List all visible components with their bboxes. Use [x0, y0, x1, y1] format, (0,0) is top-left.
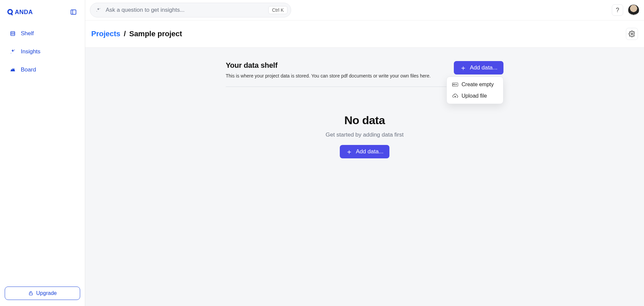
add-data-wrapper: ＋ Add data... Create empty [454, 61, 503, 74]
svg-rect-9 [29, 293, 32, 295]
topbar: Ask a question to get insights... Ctrl K… [85, 0, 644, 20]
gear-icon [629, 31, 635, 37]
sidebar-header: ANDA [5, 6, 80, 25]
sidebar-item-label: Insights [21, 48, 41, 55]
upgrade-button[interactable]: Upgrade [5, 287, 80, 300]
add-data-label: Add data... [470, 64, 497, 71]
sparkle-icon [95, 7, 102, 13]
project-settings-button[interactable] [626, 28, 638, 40]
plus-icon: ＋ [346, 148, 353, 155]
dropdown-create-empty[interactable]: Create empty [449, 79, 501, 90]
svg-point-11 [97, 11, 97, 11]
content-area: Your data shelf This is where your proje… [85, 48, 644, 306]
search-placeholder: Ask a question to get insights... [106, 7, 264, 13]
sidebar-item-board[interactable]: Board [6, 64, 79, 76]
breadcrumb-separator: / [124, 30, 126, 38]
sidebar-nav: Shelf Insights Board [5, 25, 80, 79]
help-icon: ? [616, 7, 619, 14]
add-data-dropdown: Create empty Upload file [446, 76, 503, 104]
breadcrumb-bar: Projects / Sample project [85, 20, 644, 48]
upload-icon [452, 93, 458, 99]
empty-cta-label: Add data... [356, 148, 383, 155]
brand-logo[interactable]: ANDA [7, 8, 33, 16]
brand-name: ANDA [15, 9, 33, 16]
dropdown-item-label: Create empty [462, 82, 494, 88]
lock-icon [28, 291, 34, 296]
sidebar-item-label: Board [21, 66, 36, 73]
logo-icon [7, 8, 14, 16]
svg-point-7 [14, 50, 15, 50]
sidebar: ANDA Shelf Insights Board [0, 0, 85, 306]
breadcrumb: Projects / Sample project [91, 30, 182, 38]
empty-title: No data [344, 114, 385, 127]
svg-rect-2 [71, 10, 76, 14]
svg-point-10 [100, 8, 100, 9]
plus-icon: ＋ [460, 64, 467, 71]
shelf-header: Your data shelf This is where your proje… [226, 61, 503, 87]
svg-point-0 [8, 10, 12, 14]
breadcrumb-root[interactable]: Projects [91, 30, 120, 38]
empty-add-data-button[interactable]: ＋ Add data... [340, 145, 389, 158]
search-shortcut: Ctrl K [268, 6, 287, 14]
search-bar[interactable]: Ask a question to get insights... Ctrl K [90, 3, 291, 17]
help-button[interactable]: ? [612, 4, 623, 16]
avatar[interactable] [628, 4, 639, 16]
main: Ask a question to get insights... Ctrl K… [85, 0, 644, 306]
shelf-subtitle: This is where your project data is store… [226, 73, 431, 79]
sidebar-collapse-button[interactable] [69, 7, 78, 17]
sidebar-item-label: Shelf [21, 30, 34, 37]
svg-point-12 [631, 33, 633, 35]
svg-point-8 [11, 53, 11, 54]
breadcrumb-current: Sample project [129, 30, 182, 38]
shelf-icon [9, 30, 16, 37]
markdown-icon [452, 82, 458, 88]
svg-rect-4 [11, 32, 15, 36]
upgrade-label: Upgrade [36, 290, 57, 296]
add-data-button[interactable]: ＋ Add data... [454, 61, 503, 74]
shelf-title: Your data shelf [226, 61, 431, 70]
dropdown-item-label: Upload file [462, 93, 487, 99]
empty-subtitle: Get started by adding data first [326, 132, 404, 138]
sparkle-icon [9, 48, 16, 55]
sidebar-item-shelf[interactable]: Shelf [6, 28, 79, 40]
sidebar-item-insights[interactable]: Insights [6, 46, 79, 58]
dropdown-upload-file[interactable]: Upload file [449, 90, 501, 102]
board-icon [9, 66, 16, 73]
